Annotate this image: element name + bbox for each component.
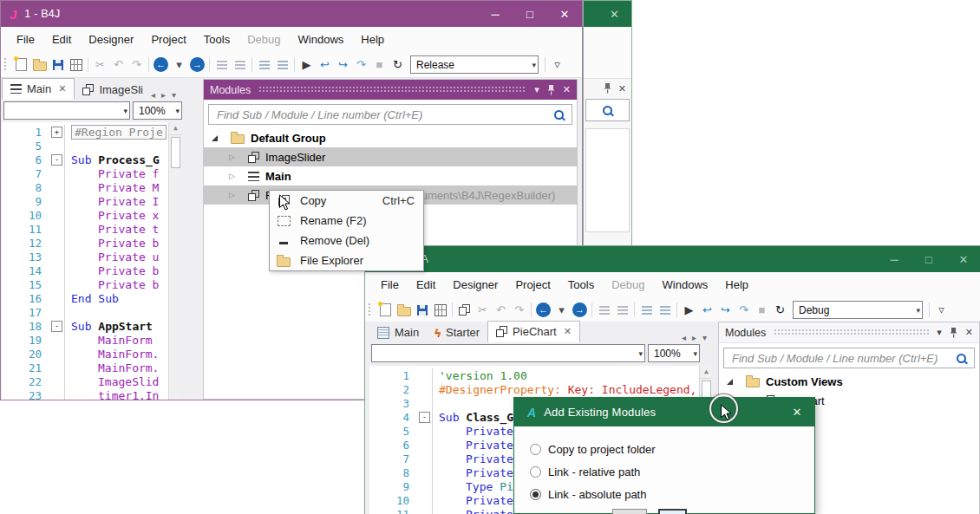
close-panel-icon[interactable]: ✕: [563, 84, 571, 95]
navigate-forward-icon[interactable]: →: [571, 301, 589, 319]
tab-piechart[interactable]: PieChart✕: [487, 321, 580, 342]
member-navigator-combobox[interactable]: ▾: [3, 101, 130, 120]
close-button[interactable]: ✕: [547, 1, 582, 27]
close-button[interactable]: ✕: [598, 1, 631, 27]
menu-item-windows[interactable]: Windows: [290, 33, 353, 46]
radio-button[interactable]: [530, 466, 541, 478]
rebuild-icon[interactable]: ↻: [389, 55, 407, 74]
navigate-back-dropdown-icon[interactable]: ▾: [170, 55, 188, 74]
pin-icon[interactable]: [547, 85, 555, 95]
tab-list-icon[interactable]: ▾: [172, 90, 176, 100]
menu-item-tools[interactable]: Tools: [559, 278, 603, 291]
radio-option-copy-to-project-folder[interactable]: Copy to project folder: [530, 438, 814, 460]
editor-vertical-scrollbar[interactable]: ▲: [168, 122, 182, 400]
run-icon[interactable]: ▶: [297, 55, 316, 74]
context-menu-item-file-explorer[interactable]: File Explorer: [270, 250, 423, 270]
dialog-titlebar[interactable]: A Add Existing Modules ✕: [514, 398, 814, 426]
radio-button[interactable]: [530, 489, 541, 500]
context-menu-item-rename-f2[interactable]: Rename (F2): [270, 211, 423, 231]
scroll-up-icon[interactable]: ▲: [169, 122, 182, 135]
step-into-icon[interactable]: ↪: [334, 55, 352, 74]
menu-item-edit[interactable]: Edit: [408, 278, 444, 291]
menu-item-tools[interactable]: Tools: [195, 33, 238, 46]
tab-main[interactable]: Main✕: [2, 78, 75, 100]
collapsed-arrow-icon[interactable]: ▷: [229, 191, 242, 199]
close-tab-icon[interactable]: ✕: [564, 326, 572, 337]
uncomment-icon[interactable]: [656, 301, 674, 319]
pin-icon[interactable]: [604, 83, 611, 94]
run-icon[interactable]: ▶: [680, 301, 698, 319]
stop-icon[interactable]: ■: [753, 301, 771, 319]
tab-scroll-right-icon[interactable]: ▸: [692, 333, 696, 342]
scroll-up-icon[interactable]: ▲: [700, 366, 713, 379]
minimize-button[interactable]: ─: [478, 1, 513, 27]
editor-zoom-combobox[interactable]: 100% ▾: [648, 344, 700, 362]
dialog-cancel-button[interactable]: [658, 509, 687, 514]
save-icon[interactable]: [413, 301, 431, 319]
comment-icon[interactable]: [637, 301, 656, 319]
toolbar-overflow-icon[interactable]: ▿: [932, 301, 951, 319]
toolbar-overflow-icon[interactable]: ▿: [548, 55, 566, 74]
menu-item-edit[interactable]: Edit: [43, 33, 80, 46]
open-project-icon[interactable]: [395, 301, 413, 319]
b4j-titlebar[interactable]: J 1 - B4J ─ □ ✕: [1, 1, 582, 27]
open-project-icon[interactable]: [30, 55, 49, 74]
undo-icon[interactable]: ↶: [109, 55, 127, 74]
cut-icon[interactable]: ✂: [91, 55, 109, 74]
menu-item-help[interactable]: Help: [352, 33, 393, 46]
toolbar-grip[interactable]: [369, 303, 373, 317]
modules-panel-header[interactable]: Modules ▾ ✕: [204, 80, 577, 100]
navigate-forward-icon[interactable]: →: [188, 55, 206, 74]
tree-item-imageslider[interactable]: ▷ImageSlider: [204, 147, 577, 166]
find-module-search-input[interactable]: Find Sub / Module / Line number (Ctrl+E): [208, 104, 572, 125]
search-input[interactable]: [585, 99, 630, 121]
resume-icon[interactable]: ↩: [316, 55, 334, 74]
navigate-back-icon[interactable]: ←: [534, 301, 552, 319]
context-menu-item-remove-del[interactable]: Remove (Del): [270, 231, 423, 250]
menu-item-file[interactable]: File: [8, 33, 43, 46]
outdent-icon[interactable]: [231, 55, 249, 74]
cut-icon[interactable]: ✂: [474, 301, 492, 319]
close-tab-icon[interactable]: ✕: [58, 83, 66, 94]
redo-icon[interactable]: ↷: [510, 301, 528, 319]
step-over-icon[interactable]: ↷: [352, 55, 370, 74]
menu-item-project[interactable]: Project: [142, 33, 194, 46]
b4a-titlebar[interactable]: A 1 - B4A ─ □ ✕: [365, 246, 980, 272]
resume-icon[interactable]: ↩: [698, 301, 716, 319]
find-module-search-input[interactable]: Find Sub / Module / Line number (Ctrl+E): [723, 348, 975, 368]
close-button[interactable]: ✕: [946, 246, 980, 272]
build-configuration-combobox[interactable]: Release▾: [410, 55, 539, 74]
menu-item-windows[interactable]: Windows: [654, 278, 717, 291]
collapsed-arrow-icon[interactable]: ▷: [229, 153, 242, 161]
b4j-code-editor[interactable]: 1+#Region Proje56-Sub Process_G7Private …: [2, 122, 182, 400]
save-icon[interactable]: [49, 55, 67, 74]
chevron-down-icon[interactable]: ▾: [937, 327, 942, 338]
context-menu-item-copy[interactable]: CopyCtrl+C: [270, 191, 423, 211]
close-panel-icon[interactable]: ✕: [965, 327, 973, 338]
expanded-arrow-icon[interactable]: [727, 379, 733, 385]
step-into-icon[interactable]: ↪: [716, 301, 735, 319]
tree-item-default-group[interactable]: Default Group: [204, 128, 577, 147]
tab-scroll-left-icon[interactable]: ◂: [682, 333, 686, 342]
toolbar-grip[interactable]: [4, 58, 9, 72]
collapsed-arrow-icon[interactable]: ▷: [229, 172, 242, 180]
uncomment-icon[interactable]: [273, 55, 291, 74]
tab-imagesli[interactable]: ImageSli: [75, 80, 151, 100]
tab-list-icon[interactable]: ▾: [702, 333, 707, 342]
tab-starter[interactable]: ϟStarter: [427, 322, 487, 342]
menu-item-project[interactable]: Project: [506, 278, 559, 291]
menu-item-debug[interactable]: Debug: [603, 278, 653, 291]
new-file-icon[interactable]: [12, 55, 30, 74]
step-over-icon[interactable]: ↷: [735, 301, 753, 319]
member-navigator-combobox[interactable]: ▾: [371, 344, 645, 362]
close-button[interactable]: ✕: [780, 398, 814, 426]
menu-item-designer[interactable]: Designer: [80, 33, 142, 46]
dialog-ok-button[interactable]: [612, 509, 647, 514]
indent-icon[interactable]: [212, 55, 231, 74]
editor-zoom-combobox[interactable]: 100% ▾: [133, 101, 182, 120]
minimize-button[interactable]: ─: [877, 246, 911, 272]
close-panel-icon[interactable]: ✕: [618, 83, 626, 94]
tab-scroll-right-icon[interactable]: ▸: [161, 90, 166, 100]
build-package-icon[interactable]: [67, 55, 85, 74]
modules-panel-header[interactable]: Modules ▾ ✕: [719, 322, 979, 343]
